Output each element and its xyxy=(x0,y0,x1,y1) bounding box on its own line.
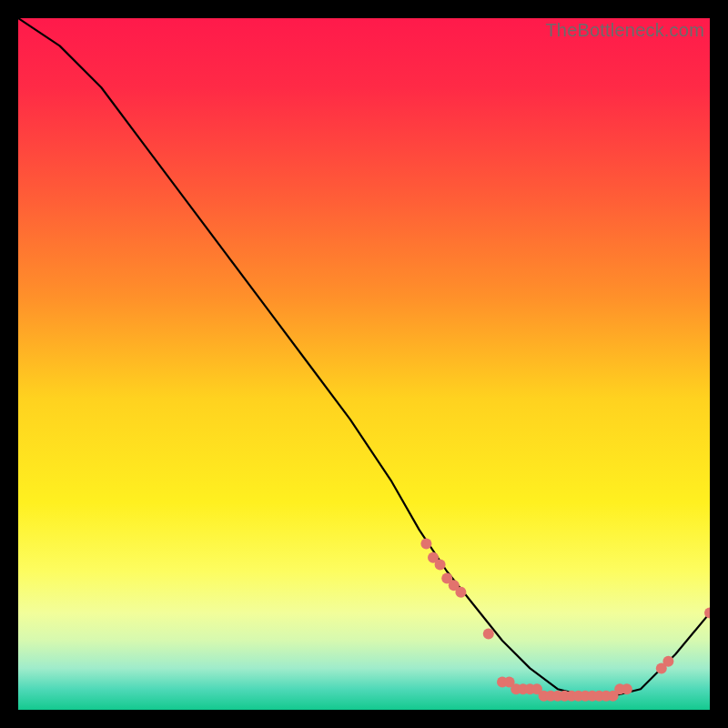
chart-frame: TheBottleneck.com xyxy=(18,18,710,710)
marker-point xyxy=(483,628,494,639)
marker-point xyxy=(420,539,431,550)
bottleneck-chart xyxy=(18,18,710,710)
marker-point xyxy=(622,683,632,694)
watermark-text: TheBottleneck.com xyxy=(545,20,704,41)
marker-point xyxy=(435,559,446,570)
marker-point xyxy=(455,587,466,598)
marker-point xyxy=(662,656,673,667)
chart-background xyxy=(18,18,710,710)
